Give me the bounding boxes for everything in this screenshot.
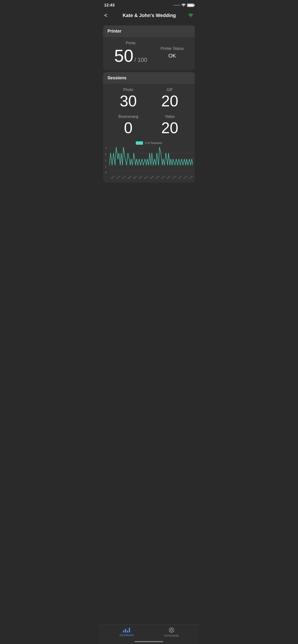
wifi-status-icon	[188, 12, 194, 18]
printer-status-label: Printer Status	[161, 46, 184, 51]
printer-card-header: Printer	[103, 26, 195, 37]
gif-label: GIF	[167, 88, 173, 92]
printer-card: Printer Prints 50 / 100 Printer Status O…	[103, 26, 195, 70]
time-display: 12:43	[104, 3, 114, 8]
legend-color-swatch	[136, 141, 143, 145]
prints-total: / 100	[134, 56, 147, 63]
chart-legend-label: # of Sessions	[145, 141, 162, 145]
svg-point-0	[190, 16, 191, 17]
photo-label: Photo	[123, 88, 133, 92]
sessions-chart	[109, 147, 193, 176]
signal-icon	[174, 5, 180, 6]
video-label: Video	[165, 114, 175, 119]
sessions-grid: Photo 30 GIF 20 Boomerang 0 Video 20	[103, 84, 195, 140]
sessions-card: Sessions Photo 30 GIF 20 Boomerang 0 Vid…	[103, 72, 195, 182]
status-right	[174, 4, 194, 7]
gif-stat: GIF 20	[149, 88, 191, 109]
header: < Kate & John's Wedding	[99, 9, 199, 24]
photo-stat: Photo 30	[107, 88, 149, 109]
sessions-card-header: Sessions	[103, 72, 195, 84]
boomerang-value: 0	[124, 120, 133, 136]
video-stat: Video 20	[149, 114, 191, 136]
x-axis: 06:45 07:10 07:35 08:00 08:25 08:50 09:1…	[109, 176, 193, 179]
chart-container: # of Sessions 0 1 2 3 4	[103, 140, 195, 182]
y-axis: 0 1 2 3 4	[105, 147, 109, 179]
prints-value-row: 50 / 100	[114, 47, 147, 64]
printer-stats: Prints 50 / 100 Printer Status OK	[103, 37, 195, 70]
printer-status-value: OK	[169, 53, 176, 59]
status-bar: 12:43	[99, 0, 199, 9]
prints-stat: Prints 50 / 100	[114, 41, 147, 64]
content: Printer Prints 50 / 100 Printer Status O…	[99, 26, 199, 208]
gif-value: 20	[161, 94, 178, 109]
boomerang-stat: Boomerang 0	[107, 114, 149, 136]
prints-current: 50	[114, 47, 133, 64]
printer-status-stat: Printer Status OK	[161, 46, 184, 59]
photo-value: 30	[120, 94, 137, 109]
page-title: Kate & John's Wedding	[105, 13, 194, 18]
video-value: 20	[161, 120, 178, 136]
chart-area: 06:45 07:10 07:35 08:00 08:25 08:50 09:1…	[109, 147, 193, 179]
battery-icon	[187, 4, 194, 7]
wifi-icon	[181, 4, 186, 7]
boomerang-label: Boomerang	[118, 114, 138, 119]
chart-legend: # of Sessions	[105, 141, 193, 145]
prints-label: Prints	[126, 41, 135, 45]
